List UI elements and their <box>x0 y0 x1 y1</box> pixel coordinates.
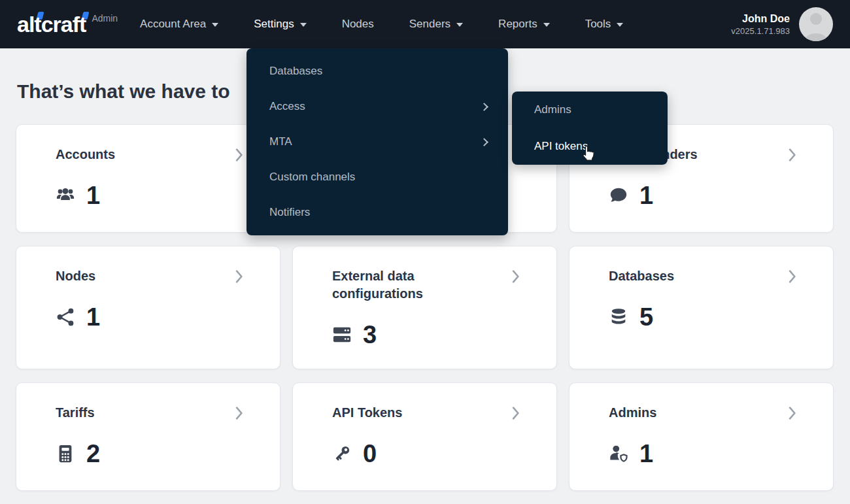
chevron-right-icon <box>789 407 796 420</box>
card-count: 0 <box>363 441 377 467</box>
menu-item-label: Databases <box>269 65 322 78</box>
menu-item-label: Custom channels <box>269 171 355 184</box>
nav-account-area-label: Account Area <box>140 18 206 31</box>
chevron-right-icon <box>789 270 796 283</box>
card-title: Admins <box>609 404 656 422</box>
chat-bubble-icon <box>609 186 628 205</box>
submenu-item-admins[interactable]: Admins <box>512 92 668 128</box>
chevron-down-icon <box>212 23 218 27</box>
menu-item-label: Access <box>269 100 305 113</box>
card-count: 2 <box>86 441 100 467</box>
key-icon <box>332 444 352 463</box>
card-count: 1 <box>639 182 653 209</box>
card-title: External data configurations <box>332 267 496 303</box>
menu-item-label: MTA <box>269 135 292 148</box>
submenu-item-api-tokens[interactable]: API tokens <box>512 128 668 165</box>
nav-tools-label: Tools <box>585 18 611 31</box>
card-admins[interactable]: Admins 1 <box>569 382 834 491</box>
nav-settings[interactable]: Settings <box>254 18 306 31</box>
server-icon <box>332 325 352 344</box>
nav-reports[interactable]: Reports <box>498 18 550 31</box>
card-nodes[interactable]: Nodes 1 <box>16 246 280 369</box>
logo-admin-label: Admin <box>92 13 118 24</box>
users-icon <box>56 186 75 205</box>
nav-senders-label: Senders <box>409 18 450 31</box>
card-title: Nodes <box>56 267 95 285</box>
app-version: v2025.1.71.983 <box>731 25 790 37</box>
menu-item-access[interactable]: Access <box>246 89 508 124</box>
settings-dropdown-menu: Databases Access MTA Custom channels Not… <box>246 48 508 235</box>
nav-nodes-label: Nodes <box>342 18 374 31</box>
card-databases[interactable]: Databases 5 <box>569 246 834 369</box>
card-count: 1 <box>86 182 100 209</box>
chevron-right-icon <box>235 407 243 420</box>
card-count: 1 <box>639 441 653 467</box>
nav-reports-label: Reports <box>498 18 537 31</box>
chevron-right-icon <box>235 148 243 161</box>
chevron-down-icon <box>543 23 550 27</box>
chevron-right-icon <box>512 407 520 420</box>
menu-item-label: API tokens <box>534 140 588 153</box>
card-title: Tariffs <box>56 404 95 422</box>
nav-tools[interactable]: Tools <box>585 18 624 31</box>
chevron-right-icon <box>480 138 488 146</box>
chevron-right-icon <box>235 270 243 283</box>
chevron-right-icon <box>480 103 488 111</box>
avatar[interactable] <box>799 7 833 41</box>
card-title: Accounts <box>56 146 115 163</box>
card-accounts[interactable]: Accounts 1 <box>16 124 280 233</box>
menu-item-notifiers[interactable]: Notifiers <box>246 195 508 230</box>
chevron-down-icon <box>300 23 307 27</box>
user-info[interactable]: John Doe v2025.1.71.983 <box>731 7 833 41</box>
card-external-data-configurations[interactable]: External data configurations 3 <box>292 246 557 369</box>
chevron-down-icon <box>456 23 463 27</box>
share-icon <box>56 307 75 327</box>
user-name: John Doe <box>731 12 790 25</box>
database-icon <box>609 307 628 327</box>
card-count: 3 <box>363 322 377 348</box>
main-nav: Account Area Settings Nodes Senders Repo… <box>140 18 623 31</box>
menu-item-label: Admins <box>534 103 571 116</box>
menu-item-databases[interactable]: Databases <box>246 54 508 89</box>
card-api-tokens[interactable]: API Tokens 0 <box>292 382 557 491</box>
nav-account-area[interactable]: Account Area <box>140 18 218 31</box>
nav-settings-label: Settings <box>254 18 294 31</box>
card-count: 5 <box>639 304 653 330</box>
altcraft-logo[interactable]: altcraft Admin <box>17 11 118 37</box>
menu-item-mta[interactable]: MTA <box>246 124 508 160</box>
logo-wordmark: altcraft <box>17 11 86 37</box>
nav-senders[interactable]: Senders <box>409 18 463 31</box>
card-title: Databases <box>609 267 674 285</box>
chevron-down-icon <box>617 23 623 27</box>
calculator-icon <box>56 444 75 463</box>
menu-item-custom-channels[interactable]: Custom channels <box>246 160 508 195</box>
card-title: API Tokens <box>332 404 402 422</box>
top-nav-bar: altcraft Admin Account Area Settings Nod… <box>0 0 850 48</box>
menu-item-label: Notifiers <box>269 206 310 219</box>
admin-shield-icon <box>609 444 628 463</box>
card-count: 1 <box>86 304 100 330</box>
access-submenu: Admins API tokens <box>512 92 668 165</box>
nav-nodes[interactable]: Nodes <box>342 18 374 31</box>
chevron-right-icon <box>789 148 796 161</box>
card-tariffs[interactable]: Tariffs 2 <box>16 382 280 491</box>
chevron-right-icon <box>512 270 520 283</box>
